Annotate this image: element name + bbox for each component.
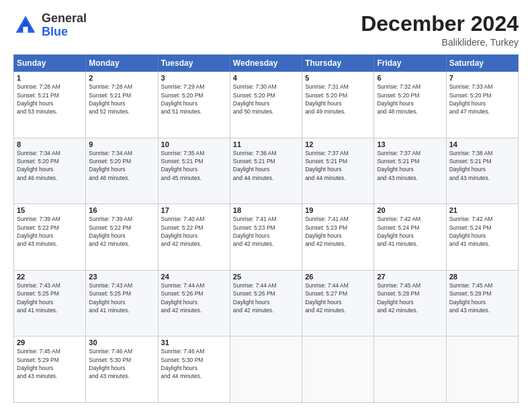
day-info: Sunrise: 7:41 AM Sunset: 5:23 PM Dayligh… xyxy=(305,215,371,248)
week-row-1: 1 Sunrise: 7:28 AM Sunset: 5:21 PM Dayli… xyxy=(14,72,519,138)
month-title: December 2024 xyxy=(361,12,519,36)
calendar-cell: 7 Sunrise: 7:33 AM Sunset: 5:20 PM Dayli… xyxy=(446,72,518,138)
day-number: 8 xyxy=(17,140,83,148)
day-info: Sunrise: 7:28 AM Sunset: 5:21 PM Dayligh… xyxy=(89,83,154,116)
day-number: 17 xyxy=(161,206,227,214)
day-info: Sunrise: 7:28 AM Sunset: 5:21 PM Dayligh… xyxy=(17,83,83,116)
calendar-cell xyxy=(302,336,374,403)
week-row-3: 15 Sunrise: 7:39 AM Sunset: 5:22 PM Dayl… xyxy=(14,204,519,271)
calendar-cell: 1 Sunrise: 7:28 AM Sunset: 5:21 PM Dayli… xyxy=(14,72,86,138)
day-number: 26 xyxy=(305,273,371,281)
day-number: 12 xyxy=(305,140,371,148)
day-number: 31 xyxy=(161,338,227,347)
col-wednesday: Wednesday xyxy=(230,55,302,72)
logo-blue: Blue xyxy=(42,25,68,38)
calendar-cell: 21 Sunrise: 7:42 AM Sunset: 5:24 PM Dayl… xyxy=(446,204,518,271)
calendar-cell: 5 Sunrise: 7:31 AM Sunset: 5:20 PM Dayli… xyxy=(302,72,374,138)
day-info: Sunrise: 7:46 AM Sunset: 5:30 PM Dayligh… xyxy=(161,347,227,380)
day-info: Sunrise: 7:45 AM Sunset: 5:28 PM Dayligh… xyxy=(377,281,443,314)
calendar-cell: 26 Sunrise: 7:44 AM Sunset: 5:27 PM Dayl… xyxy=(302,270,374,336)
location: Baliklidere, Turkey xyxy=(361,37,519,48)
day-info: Sunrise: 7:42 AM Sunset: 5:24 PM Dayligh… xyxy=(377,215,443,248)
day-number: 5 xyxy=(305,74,371,82)
day-info: Sunrise: 7:37 AM Sunset: 5:21 PM Dayligh… xyxy=(305,149,371,182)
day-number: 15 xyxy=(17,206,83,214)
day-info: Sunrise: 7:45 AM Sunset: 5:29 PM Dayligh… xyxy=(17,347,83,380)
day-number: 9 xyxy=(89,140,154,148)
calendar-cell: 16 Sunrise: 7:39 AM Sunset: 5:22 PM Dayl… xyxy=(86,204,158,271)
calendar-cell xyxy=(446,336,518,403)
day-number: 20 xyxy=(377,206,443,214)
day-number: 30 xyxy=(89,338,154,347)
day-number: 24 xyxy=(161,273,227,281)
day-number: 7 xyxy=(449,74,515,82)
day-number: 1 xyxy=(17,74,83,82)
day-number: 25 xyxy=(233,273,299,281)
logo-general: General xyxy=(42,11,87,25)
calendar-cell: 20 Sunrise: 7:42 AM Sunset: 5:24 PM Dayl… xyxy=(374,204,446,271)
day-number: 19 xyxy=(305,206,371,214)
calendar-cell: 8 Sunrise: 7:34 AM Sunset: 5:20 PM Dayli… xyxy=(14,138,86,204)
calendar-cell: 31 Sunrise: 7:46 AM Sunset: 5:30 PM Dayl… xyxy=(158,336,230,403)
logo-icon xyxy=(13,13,38,38)
day-info: Sunrise: 7:29 AM Sunset: 5:20 PM Dayligh… xyxy=(161,83,227,116)
calendar-cell: 11 Sunrise: 7:36 AM Sunset: 5:21 PM Dayl… xyxy=(230,138,302,204)
day-number: 4 xyxy=(233,74,299,82)
calendar-cell: 4 Sunrise: 7:30 AM Sunset: 5:20 PM Dayli… xyxy=(230,72,302,138)
calendar-cell xyxy=(374,336,446,403)
svg-rect-2 xyxy=(23,27,28,33)
day-number: 28 xyxy=(449,273,515,281)
day-info: Sunrise: 7:39 AM Sunset: 5:22 PM Dayligh… xyxy=(17,215,83,248)
calendar-cell: 28 Sunrise: 7:45 AM Sunset: 5:28 PM Dayl… xyxy=(446,270,518,336)
calendar-cell: 12 Sunrise: 7:37 AM Sunset: 5:21 PM Dayl… xyxy=(302,138,374,204)
logo: General Blue xyxy=(13,12,87,39)
day-info: Sunrise: 7:42 AM Sunset: 5:24 PM Dayligh… xyxy=(449,215,515,248)
calendar-cell: 23 Sunrise: 7:43 AM Sunset: 5:25 PM Dayl… xyxy=(86,270,158,336)
calendar-cell xyxy=(230,336,302,403)
calendar-cell: 22 Sunrise: 7:43 AM Sunset: 5:25 PM Dayl… xyxy=(14,270,86,336)
day-number: 14 xyxy=(449,140,515,148)
day-number: 29 xyxy=(17,338,83,347)
calendar-cell: 6 Sunrise: 7:32 AM Sunset: 5:20 PM Dayli… xyxy=(374,72,446,138)
day-info: Sunrise: 7:38 AM Sunset: 5:21 PM Dayligh… xyxy=(449,149,515,182)
day-number: 21 xyxy=(449,206,515,214)
day-number: 23 xyxy=(89,273,154,281)
calendar-cell: 19 Sunrise: 7:41 AM Sunset: 5:23 PM Dayl… xyxy=(302,204,374,271)
day-info: Sunrise: 7:44 AM Sunset: 5:26 PM Dayligh… xyxy=(233,281,299,314)
day-info: Sunrise: 7:36 AM Sunset: 5:21 PM Dayligh… xyxy=(233,149,299,182)
day-info: Sunrise: 7:35 AM Sunset: 5:21 PM Dayligh… xyxy=(161,149,227,182)
day-info: Sunrise: 7:31 AM Sunset: 5:20 PM Dayligh… xyxy=(305,83,371,116)
calendar-cell: 2 Sunrise: 7:28 AM Sunset: 5:21 PM Dayli… xyxy=(86,72,158,138)
day-info: Sunrise: 7:32 AM Sunset: 5:20 PM Dayligh… xyxy=(377,83,443,116)
calendar-cell: 24 Sunrise: 7:44 AM Sunset: 5:26 PM Dayl… xyxy=(158,270,230,336)
week-row-4: 22 Sunrise: 7:43 AM Sunset: 5:25 PM Dayl… xyxy=(14,270,519,336)
day-number: 3 xyxy=(161,74,227,82)
calendar-cell: 9 Sunrise: 7:34 AM Sunset: 5:20 PM Dayli… xyxy=(86,138,158,204)
calendar-cell: 30 Sunrise: 7:46 AM Sunset: 5:30 PM Dayl… xyxy=(86,336,158,403)
day-number: 11 xyxy=(233,140,299,148)
day-info: Sunrise: 7:41 AM Sunset: 5:23 PM Dayligh… xyxy=(233,215,299,248)
title-area: December 2024 Baliklidere, Turkey xyxy=(361,12,519,48)
logo-text: General Blue xyxy=(42,12,87,39)
day-number: 6 xyxy=(377,74,443,82)
day-info: Sunrise: 7:43 AM Sunset: 5:25 PM Dayligh… xyxy=(89,281,154,314)
day-number: 2 xyxy=(89,74,154,82)
calendar-table: Sunday Monday Tuesday Wednesday Thursday… xyxy=(13,54,519,403)
day-number: 27 xyxy=(377,273,443,281)
page: General Blue December 2024 Baliklidere, … xyxy=(0,0,532,411)
day-info: Sunrise: 7:34 AM Sunset: 5:20 PM Dayligh… xyxy=(17,149,83,182)
col-friday: Friday xyxy=(374,55,446,72)
calendar-cell: 14 Sunrise: 7:38 AM Sunset: 5:21 PM Dayl… xyxy=(446,138,518,204)
day-info: Sunrise: 7:44 AM Sunset: 5:26 PM Dayligh… xyxy=(161,281,227,314)
calendar-cell: 15 Sunrise: 7:39 AM Sunset: 5:22 PM Dayl… xyxy=(14,204,86,271)
day-info: Sunrise: 7:46 AM Sunset: 5:30 PM Dayligh… xyxy=(89,347,154,380)
calendar-cell: 18 Sunrise: 7:41 AM Sunset: 5:23 PM Dayl… xyxy=(230,204,302,271)
calendar-cell: 3 Sunrise: 7:29 AM Sunset: 5:20 PM Dayli… xyxy=(158,72,230,138)
day-number: 22 xyxy=(17,273,83,281)
calendar-cell: 27 Sunrise: 7:45 AM Sunset: 5:28 PM Dayl… xyxy=(374,270,446,336)
day-number: 13 xyxy=(377,140,443,148)
calendar-cell: 17 Sunrise: 7:40 AM Sunset: 5:22 PM Dayl… xyxy=(158,204,230,271)
calendar-cell: 10 Sunrise: 7:35 AM Sunset: 5:21 PM Dayl… xyxy=(158,138,230,204)
week-row-5: 29 Sunrise: 7:45 AM Sunset: 5:29 PM Dayl… xyxy=(14,336,519,403)
col-sunday: Sunday xyxy=(14,55,86,72)
